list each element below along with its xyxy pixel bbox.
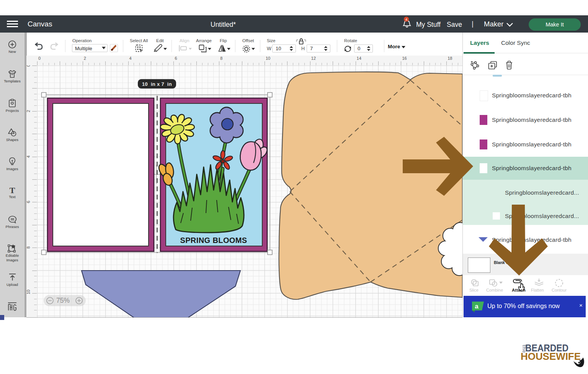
svg-text:4: 4 bbox=[405, 17, 407, 21]
svg-text:10 in x 7 in: 10 in x 7 in bbox=[142, 81, 172, 87]
svg-text:HOUSEWIFE: HOUSEWIFE bbox=[521, 351, 581, 362]
svg-text:SPRING BLOOMS: SPRING BLOOMS bbox=[180, 236, 247, 244]
svg-text:a: a bbox=[475, 303, 479, 310]
